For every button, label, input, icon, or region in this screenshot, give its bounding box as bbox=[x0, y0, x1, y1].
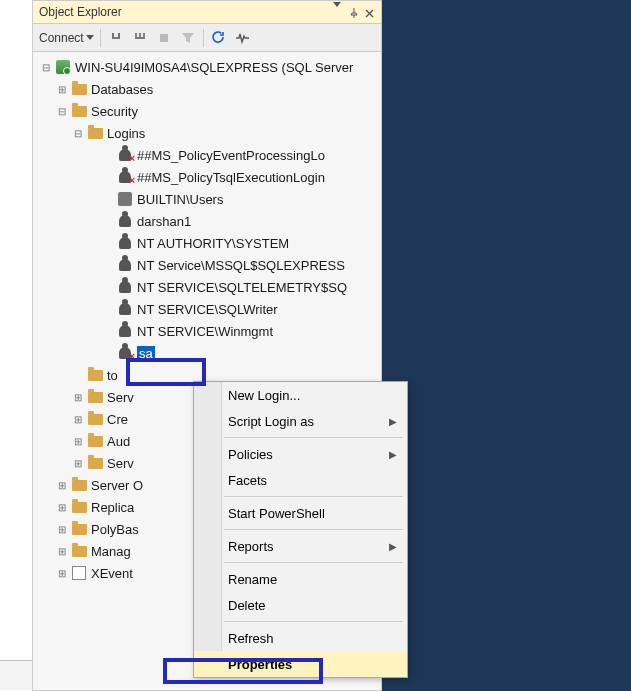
tree-login-item[interactable]: NT Service\MSSQL$SQLEXPRESS bbox=[37, 254, 381, 276]
folder-icon bbox=[87, 389, 103, 405]
context-menu-item-rename[interactable]: Rename bbox=[194, 566, 407, 592]
folder-icon bbox=[87, 367, 103, 383]
context-menu-item-script-login-as[interactable]: Script Login as▶ bbox=[194, 408, 407, 434]
close-icon[interactable] bbox=[365, 7, 375, 17]
login-label: NT SERVICE\SQLWriter bbox=[137, 302, 278, 317]
tree-logins-node[interactable]: Logins bbox=[37, 122, 381, 144]
tree-login-item[interactable]: ##MS_PolicyEventProcessingLo bbox=[37, 144, 381, 166]
toolbar-separator bbox=[100, 29, 101, 47]
server-label: WIN-SU4I9IM0SA4\SQLEXPRESS (SQL Server bbox=[75, 60, 353, 75]
pin-icon[interactable] bbox=[349, 7, 359, 17]
tree-login-item[interactable]: BUILTIN\Users bbox=[37, 188, 381, 210]
expand-icon[interactable] bbox=[55, 500, 69, 514]
connect-label: Connect bbox=[39, 31, 84, 45]
window-position-dropdown-icon[interactable] bbox=[333, 7, 343, 17]
context-menu-item-label: Refresh bbox=[228, 631, 274, 646]
panel-title: Object Explorer bbox=[39, 5, 333, 19]
expand-icon[interactable] bbox=[71, 412, 85, 426]
login-icon bbox=[117, 235, 133, 251]
login-icon bbox=[117, 323, 133, 339]
folder-label: Manag bbox=[91, 544, 131, 559]
expand-icon[interactable] bbox=[55, 82, 69, 96]
expand-icon[interactable] bbox=[71, 390, 85, 404]
xevent-icon bbox=[71, 565, 87, 581]
stop-icon[interactable] bbox=[155, 29, 173, 47]
filter-icon[interactable] bbox=[179, 29, 197, 47]
login-label: BUILTIN\Users bbox=[137, 192, 223, 207]
expand-icon[interactable] bbox=[71, 434, 85, 448]
tree-login-item[interactable]: NT SERVICE\Winmgmt bbox=[37, 320, 381, 342]
folder-icon bbox=[71, 81, 87, 97]
context-menu-item-label: Policies bbox=[228, 447, 273, 462]
expand-icon[interactable] bbox=[55, 522, 69, 536]
context-menu-item-label: Reports bbox=[228, 539, 274, 554]
expand-icon[interactable] bbox=[55, 566, 69, 580]
context-menu-item-refresh[interactable]: Refresh bbox=[194, 625, 407, 651]
security-label: Security bbox=[91, 104, 138, 119]
tree-login-item[interactable]: ##MS_PolicyTsqlExecutionLogin bbox=[37, 166, 381, 188]
logins-label: Logins bbox=[107, 126, 145, 141]
chevron-down-icon bbox=[86, 35, 94, 40]
folder-icon bbox=[87, 433, 103, 449]
login-label: ##MS_PolicyEventProcessingLo bbox=[137, 148, 325, 163]
login-disabled-icon bbox=[117, 345, 133, 361]
group-icon bbox=[117, 191, 133, 207]
login-disabled-icon bbox=[117, 169, 133, 185]
chevron-right-icon: ▶ bbox=[389, 541, 397, 552]
folder-icon bbox=[87, 411, 103, 427]
login-icon bbox=[117, 301, 133, 317]
disconnect-icon[interactable] bbox=[107, 29, 125, 47]
folder-icon bbox=[87, 455, 103, 471]
tree-login-item[interactable]: NT AUTHORITY\SYSTEM bbox=[37, 232, 381, 254]
collapse-icon[interactable] bbox=[71, 126, 85, 140]
object-explorer-panel: Object Explorer Connect bbox=[32, 0, 382, 691]
activity-monitor-icon[interactable] bbox=[234, 29, 252, 47]
context-menu-item-facets[interactable]: Facets bbox=[194, 467, 407, 493]
context-menu-item-label: New Login... bbox=[228, 388, 300, 403]
server-icon bbox=[55, 59, 71, 75]
folder-icon bbox=[71, 477, 87, 493]
context-menu[interactable]: New Login...Script Login as▶Policies▶Fac… bbox=[193, 381, 408, 678]
context-menu-item-reports[interactable]: Reports▶ bbox=[194, 533, 407, 559]
context-menu-separator bbox=[224, 496, 403, 497]
expand-icon[interactable] bbox=[55, 544, 69, 558]
collapse-icon[interactable] bbox=[39, 60, 53, 74]
context-menu-item-label: Rename bbox=[228, 572, 277, 587]
folder-label: Aud bbox=[107, 434, 130, 449]
folder-icon bbox=[87, 125, 103, 141]
context-menu-item-new-login[interactable]: New Login... bbox=[194, 382, 407, 408]
folder-label: Replica bbox=[91, 500, 134, 515]
folder-label: Serv bbox=[107, 456, 134, 471]
collapse-icon[interactable] bbox=[55, 104, 69, 118]
login-label: ##MS_PolicyTsqlExecutionLogin bbox=[137, 170, 325, 185]
login-disabled-icon bbox=[117, 147, 133, 163]
expand-icon[interactable] bbox=[71, 456, 85, 470]
svg-rect-0 bbox=[160, 34, 168, 42]
tree-databases-node[interactable]: Databases bbox=[37, 78, 381, 100]
context-menu-item-delete[interactable]: Delete bbox=[194, 592, 407, 618]
tree-login-item[interactable]: darshan1 bbox=[37, 210, 381, 232]
context-menu-item-label: Facets bbox=[228, 473, 267, 488]
tree-login-item[interactable]: NT SERVICE\SQLTELEMETRY$SQ bbox=[37, 276, 381, 298]
toolbar-separator bbox=[203, 29, 204, 47]
login-icon bbox=[117, 279, 133, 295]
context-menu-item-start-powershell[interactable]: Start PowerShell bbox=[194, 500, 407, 526]
login-label: darshan1 bbox=[137, 214, 191, 229]
left-stub bbox=[0, 660, 32, 690]
tree-login-item[interactable]: NT SERVICE\SQLWriter bbox=[37, 298, 381, 320]
tree-login-sa[interactable]: sa bbox=[37, 342, 381, 364]
context-menu-item-policies[interactable]: Policies▶ bbox=[194, 441, 407, 467]
refresh-icon[interactable] bbox=[210, 29, 228, 47]
login-label: NT Service\MSSQL$SQLEXPRESS bbox=[137, 258, 345, 273]
tree-server-node[interactable]: WIN-SU4I9IM0SA4\SQLEXPRESS (SQL Server bbox=[37, 56, 381, 78]
tree-security-node[interactable]: Security bbox=[37, 100, 381, 122]
right-dark-pane bbox=[382, 0, 631, 691]
login-label: NT SERVICE\SQLTELEMETRY$SQ bbox=[137, 280, 347, 295]
folder-label: to bbox=[107, 368, 118, 383]
disconnect-all-icon[interactable] bbox=[131, 29, 149, 47]
connect-dropdown[interactable]: Connect bbox=[39, 31, 94, 45]
folder-icon bbox=[71, 103, 87, 119]
expand-icon[interactable] bbox=[55, 478, 69, 492]
context-menu-item-properties[interactable]: Properties bbox=[194, 651, 407, 677]
context-menu-separator bbox=[224, 621, 403, 622]
